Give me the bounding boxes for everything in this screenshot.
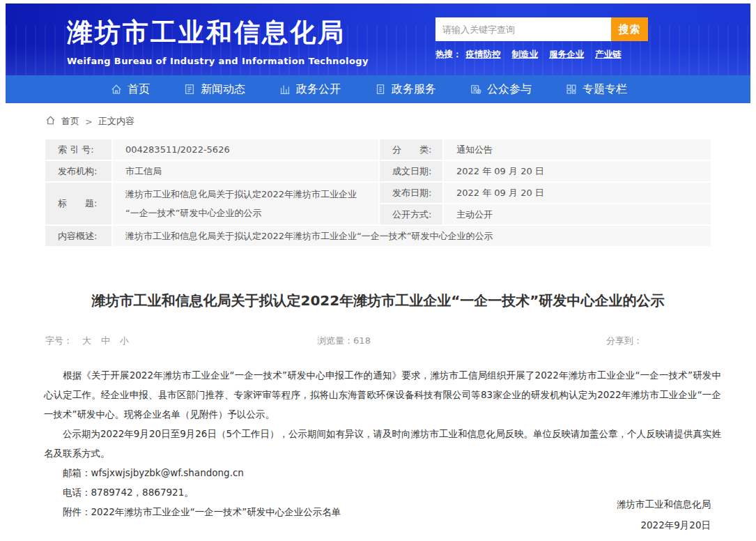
breadcrumb-home-icon <box>45 115 56 128</box>
font-size-label: 字号： <box>45 335 72 347</box>
nav-item-label: 政务公开 <box>296 82 341 97</box>
meta-label-publisher: 发布机构: <box>45 161 111 181</box>
meta-value-index-no: 004283511/2022-5626 <box>113 139 378 160</box>
breadcrumb: 首页 > 正文内容 <box>45 115 134 128</box>
meta-label-summary: 内容概述: <box>45 226 111 246</box>
main-nav: 首页 新闻动态 政务公开 政务服务 <box>6 75 750 103</box>
page: 潍坊市工业和信息化局 Weifang Bureau of Industry an… <box>0 0 756 541</box>
hot-search-bar: 热搜：疫情防控制造业服务企业产业链 <box>435 49 648 61</box>
nav-item-label: 专题专栏 <box>583 82 627 97</box>
font-size-small-button[interactable]: 小 <box>120 335 129 347</box>
document-meta-table: 索 引 号: 004283511/2022-5626 分 类: 通知公告 发布机… <box>45 139 711 246</box>
nav-item-participation[interactable]: 公众参与 <box>470 82 532 97</box>
attachment-link[interactable]: 2022年潍坊市工业企业“一企一技术”研发中心企业公示名单 <box>91 506 341 517</box>
meta-label-index-no: 索 引 号: <box>45 139 111 160</box>
search-button[interactable]: 搜索 <box>611 17 648 41</box>
meta-label-doc-date: 成文日期: <box>380 161 442 181</box>
site-subtitle: Weifang Bureau of Industry and Informati… <box>67 56 369 66</box>
signature-org: 潍坊市工业和信息化局 <box>617 494 711 515</box>
meta-value-summary: 潍坊市工业和信息化局关于拟认定2022年潍坊市工业企业“一企一技术”研发中心企业… <box>113 226 711 246</box>
email-line: 邮箱：wfsjxwjsjbyzbk@wf.shandong.cn <box>44 463 721 482</box>
site-title: 潍坊市工业和信息化局 <box>67 15 369 50</box>
meta-label-pub-method: 公开方式: <box>380 204 442 224</box>
hot-link-epidemic[interactable]: 疫情防控 <box>466 49 501 59</box>
article-signature: 潍坊市工业和信息化局 2022年9月20日 <box>617 494 711 535</box>
special-column-icon <box>565 83 578 96</box>
nav-item-label: 公众参与 <box>487 82 532 97</box>
nav-item-gov-service[interactable]: 政务服务 <box>374 82 436 97</box>
gov-service-icon <box>374 83 387 96</box>
gov-open-icon <box>279 83 291 96</box>
search-input[interactable] <box>435 17 611 41</box>
meta-value-pub-method: 主动公开 <box>444 204 711 224</box>
nav-item-label: 首页 <box>128 82 150 97</box>
nav-item-home[interactable]: 首页 <box>110 82 150 97</box>
meta-value-pub-date: 2022 年 09 月 20 日 <box>444 183 711 203</box>
meta-label-title: 标 题: <box>45 183 111 224</box>
site-brand: 潍坊市工业和信息化局 Weifang Bureau of Industry an… <box>67 15 369 66</box>
breadcrumb-home-link[interactable]: 首页 <box>61 115 79 128</box>
hot-link-service[interactable]: 服务企业 <box>549 49 584 59</box>
nav-item-label: 新闻动态 <box>201 82 245 97</box>
font-size-large-button[interactable]: 大 <box>82 335 91 347</box>
share-label: 分享到： <box>606 335 642 346</box>
hot-link-industry-chain[interactable]: 产业链 <box>595 49 622 59</box>
hot-search-label: 热搜： <box>435 49 462 59</box>
news-icon <box>183 83 196 96</box>
home-icon <box>110 83 123 96</box>
participation-icon <box>470 83 482 96</box>
nav-item-label: 政务服务 <box>392 82 436 97</box>
signature-date: 2022年9月20日 <box>617 515 711 535</box>
meta-label-category: 分 类: <box>380 139 442 160</box>
attachment-label: 附件： <box>63 506 91 517</box>
views-label: 浏览量： <box>317 335 353 346</box>
meta-value-category: 通知公告 <box>444 139 711 160</box>
breadcrumb-separator: > <box>85 116 93 127</box>
paragraph-2: 公示期为2022年9月20日至9月26日（5个工作日），公示期间如有异议，请及时… <box>44 424 721 463</box>
font-size-medium-button[interactable]: 中 <box>101 335 110 347</box>
meta-value-title: 潍坊市工业和信息化局关于拟认定2022年潍坊市工业企业“一企一技术”研发中心企业… <box>113 183 378 224</box>
breadcrumb-current: 正文内容 <box>98 115 134 128</box>
nav-item-special-column[interactable]: 专题专栏 <box>565 82 627 97</box>
nav-item-news[interactable]: 新闻动态 <box>183 82 245 97</box>
views-count: 618 <box>353 335 371 346</box>
meta-value-doc-date: 2022 年 09 月 20 日 <box>444 161 711 181</box>
nav-item-gov-open[interactable]: 政务公开 <box>279 82 341 97</box>
meta-label-pub-date: 发布日期: <box>380 183 442 203</box>
paragraph-1: 根据《关于开展2022年潍坊市工业企业“一企一技术”研发中心申报工作的通知》要求… <box>44 365 721 424</box>
hot-link-manufacturing[interactable]: 制造业 <box>512 49 539 59</box>
article-toolbar: 字号： 大 中 小 浏览量：618 分享到： <box>45 335 711 347</box>
article-title: 潍坊市工业和信息化局关于拟认定2022年潍坊市工业企业“一企一技术”研发中心企业… <box>45 291 711 310</box>
site-header: 潍坊市工业和信息化局 Weifang Bureau of Industry an… <box>6 3 750 75</box>
meta-value-publisher: 市工信局 <box>113 161 378 181</box>
